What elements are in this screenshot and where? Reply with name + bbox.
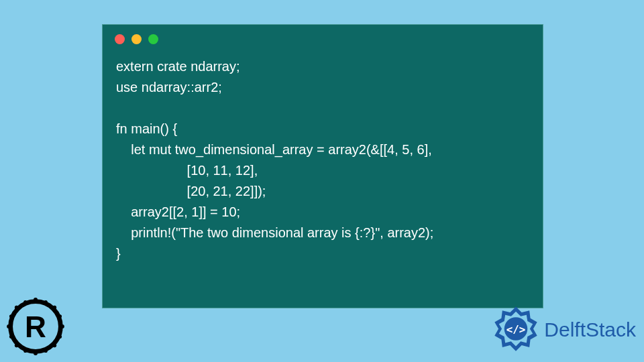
code-line: [10, 11, 12], xyxy=(116,163,258,178)
code-line: let mut two_dimensional_array = array2(&… xyxy=(116,142,432,157)
minimize-dot-icon xyxy=(131,34,142,44)
rust-logo-icon: R xyxy=(5,296,66,357)
svg-point-8 xyxy=(52,343,56,347)
svg-point-10 xyxy=(44,300,48,304)
svg-point-13 xyxy=(9,314,13,318)
maximize-dot-icon xyxy=(148,34,158,44)
code-line: use ndarray::arr2; xyxy=(116,80,222,95)
svg-point-7 xyxy=(15,343,19,347)
code-line: extern crate ndarray; xyxy=(116,59,240,74)
svg-point-6 xyxy=(52,306,56,310)
delftstack-logo: </> DelftStack xyxy=(492,306,636,354)
code-content: extern crate ndarray; use ndarray::arr2;… xyxy=(103,54,543,267)
svg-point-5 xyxy=(15,306,19,310)
code-window: extern crate ndarray; use ndarray::arr2;… xyxy=(102,24,543,308)
code-line: fn main() { xyxy=(116,121,177,136)
svg-text:R: R xyxy=(25,310,46,343)
svg-point-1 xyxy=(34,298,38,302)
svg-point-15 xyxy=(58,314,62,318)
code-line: [20, 21, 22]]); xyxy=(116,184,266,198)
svg-point-2 xyxy=(34,351,38,355)
delftstack-text: DelftStack xyxy=(544,318,636,341)
svg-point-12 xyxy=(44,349,48,353)
svg-text:</>: </> xyxy=(506,323,526,336)
window-controls xyxy=(103,25,543,54)
delftstack-icon: </> xyxy=(492,306,540,354)
svg-point-4 xyxy=(60,324,64,328)
close-dot-icon xyxy=(115,34,125,44)
svg-point-16 xyxy=(58,335,62,339)
code-line: } xyxy=(116,246,121,261)
code-line: println!("The two dimensional array is {… xyxy=(116,225,433,240)
svg-point-11 xyxy=(23,349,27,353)
svg-point-3 xyxy=(7,324,11,328)
code-line: array2[[2, 1]] = 10; xyxy=(116,204,240,219)
svg-point-9 xyxy=(23,300,27,304)
svg-point-14 xyxy=(9,335,13,339)
